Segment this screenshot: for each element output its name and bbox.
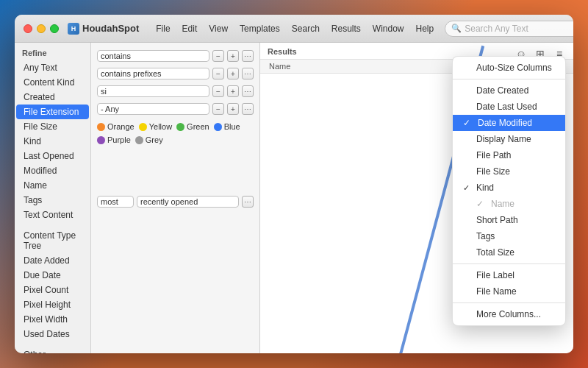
criteria-select-1[interactable]: contains bbox=[97, 50, 209, 62]
search-placeholder: Search Any Text bbox=[465, 24, 573, 34]
sidebar-item-other[interactable]: Other... bbox=[16, 347, 89, 353]
results-panel: Results ☺ ⊞ ≡ Name Kind Auto-Size Column… bbox=[260, 43, 573, 353]
maximize-button[interactable] bbox=[50, 24, 59, 33]
menu-bar: File Edit View Templates Search Results … bbox=[151, 22, 439, 35]
sidebar-item-last-opened[interactable]: Last Opened bbox=[16, 149, 89, 163]
traffic-lights bbox=[24, 24, 59, 33]
criteria-plus-4[interactable]: + bbox=[227, 103, 239, 115]
criteria-select-2[interactable]: contains prefixes bbox=[97, 68, 209, 79]
color-green[interactable]: Green bbox=[176, 122, 209, 131]
sidebar-item-content-type-tree[interactable]: Content Type Tree bbox=[16, 228, 89, 253]
sidebar-item-due-date[interactable]: Due Date bbox=[16, 268, 89, 283]
blue-dot bbox=[214, 123, 222, 131]
menu-view[interactable]: View bbox=[204, 22, 233, 35]
sidebar-item-name[interactable]: Name bbox=[16, 178, 89, 193]
criteria-plus-1[interactable]: + bbox=[227, 50, 239, 62]
menu-results[interactable]: Results bbox=[326, 22, 366, 35]
color-blue[interactable]: Blue bbox=[214, 122, 240, 131]
criteria-minus-3[interactable]: − bbox=[212, 85, 224, 97]
criteria-ellipsis-4[interactable]: ⋯ bbox=[242, 103, 254, 115]
color-purple[interactable]: Purple bbox=[97, 135, 131, 144]
dropdown-kind[interactable]: Kind bbox=[453, 180, 565, 196]
dropdown-file-size[interactable]: File Size bbox=[453, 163, 565, 180]
dropdown-tags[interactable]: Tags bbox=[453, 228, 565, 244]
menu-search[interactable]: Search bbox=[287, 22, 325, 35]
close-button[interactable] bbox=[24, 24, 32, 33]
criteria-row-bottom: most recently opened ⋯ bbox=[91, 193, 259, 210]
dropdown-divider-1 bbox=[453, 79, 565, 79]
sidebar-item-any-text[interactable]: Any Text bbox=[16, 60, 89, 75]
dropdown-auto-size[interactable]: Auto-Size Columns bbox=[453, 60, 565, 76]
blue-label: Blue bbox=[224, 122, 240, 131]
dropdown-display-name[interactable]: Display Name bbox=[453, 131, 565, 147]
criteria-minus-1[interactable]: − bbox=[212, 50, 224, 62]
sidebar-item-text-content[interactable]: Text Content bbox=[16, 208, 89, 222]
sidebar-item-pixel-count[interactable]: Pixel Count bbox=[16, 283, 89, 297]
sidebar-item-file-extension[interactable]: File Extension bbox=[16, 105, 89, 119]
sidebar-item-content-kind[interactable]: Content Kind bbox=[16, 75, 89, 90]
menu-file[interactable]: File bbox=[151, 22, 175, 35]
color-grey[interactable]: Grey bbox=[135, 135, 163, 144]
criteria-select-3[interactable]: si bbox=[97, 85, 209, 97]
search-bar[interactable]: 🔍 Search Any Text bbox=[445, 21, 573, 37]
criteria-ellipsis-1[interactable]: ⋯ bbox=[242, 50, 254, 62]
dropdown-date-modified[interactable]: ✓ Date Modified bbox=[453, 115, 565, 131]
criteria-bottom-right[interactable]: recently opened bbox=[137, 196, 239, 208]
dropdown-date-last-used[interactable]: Date Last Used bbox=[453, 99, 565, 115]
dropdown-divider-2 bbox=[453, 263, 565, 264]
menu-help[interactable]: Help bbox=[411, 22, 440, 35]
columns-dropdown: Auto-Size Columns Date Created Date Last… bbox=[452, 56, 566, 326]
minimize-button[interactable] bbox=[37, 24, 46, 33]
criteria-minus-4[interactable]: − bbox=[212, 103, 224, 115]
dropdown-total-size[interactable]: Total Size bbox=[453, 244, 565, 261]
dropdown-divider-3 bbox=[453, 302, 565, 303]
criteria-select-4[interactable]: - Any bbox=[97, 103, 209, 115]
orange-label: Orange bbox=[107, 122, 135, 131]
sidebar-title: Refine bbox=[15, 43, 90, 60]
color-orange[interactable]: Orange bbox=[97, 122, 135, 131]
criteria-row-3: si − + ⋯ bbox=[91, 82, 259, 100]
criteria-bottom-ellipsis[interactable]: ⋯ bbox=[242, 196, 254, 208]
color-tags-section: Orange Yellow Green Blue Purple bbox=[91, 118, 259, 149]
app-name: HoudahSpot bbox=[82, 23, 139, 34]
grey-label: Grey bbox=[146, 135, 163, 144]
dropdown-file-name[interactable]: File Name bbox=[453, 283, 565, 300]
sidebar-item-kind[interactable]: Kind bbox=[16, 134, 89, 149]
dropdown-file-label[interactable]: File Label bbox=[453, 267, 565, 283]
criteria-plus-3[interactable]: + bbox=[227, 85, 239, 97]
criteria-ellipsis-2[interactable]: ⋯ bbox=[242, 68, 254, 79]
criteria-panel: contains − + ⋯ contains prefixes − + ⋯ s… bbox=[91, 43, 260, 353]
sidebar-item-created[interactable]: Created bbox=[16, 90, 89, 105]
sidebar-item-date-added[interactable]: Date Added bbox=[16, 253, 89, 268]
app-branding: H HoudahSpot bbox=[68, 23, 139, 35]
criteria-bottom-left[interactable]: most bbox=[97, 196, 134, 208]
dropdown-file-path[interactable]: File Path bbox=[453, 147, 565, 163]
titlebar: H HoudahSpot File Edit View Templates Se… bbox=[15, 15, 573, 43]
criteria-ellipsis-3[interactable]: ⋯ bbox=[242, 85, 254, 97]
color-yellow[interactable]: Yellow bbox=[139, 122, 172, 131]
sidebar-item-file-size[interactable]: File Size bbox=[16, 119, 89, 134]
criteria-plus-2[interactable]: + bbox=[227, 68, 239, 79]
menu-window[interactable]: Window bbox=[368, 22, 409, 35]
yellow-label: Yellow bbox=[149, 122, 172, 131]
dropdown-name[interactable]: ✓ Name bbox=[453, 196, 565, 212]
sidebar-item-used-dates[interactable]: Used Dates bbox=[16, 327, 89, 342]
dropdown-short-path[interactable]: Short Path bbox=[453, 212, 565, 228]
criteria-minus-2[interactable]: − bbox=[212, 68, 224, 79]
purple-dot bbox=[97, 136, 105, 144]
purple-label: Purple bbox=[107, 135, 131, 144]
dropdown-date-created[interactable]: Date Created bbox=[453, 82, 565, 99]
sidebar-item-pixel-width[interactable]: Pixel Width bbox=[16, 312, 89, 327]
dropdown-more-columns[interactable]: More Columns... bbox=[453, 306, 565, 322]
sidebar-item-tags[interactable]: Tags bbox=[16, 193, 89, 208]
criteria-row-4: - Any − + ⋯ bbox=[91, 100, 259, 118]
criteria-row-2: contains prefixes − + ⋯ bbox=[91, 65, 259, 82]
main-content: Refine Any Text Content Kind Created Fil… bbox=[15, 43, 573, 353]
menu-templates[interactable]: Templates bbox=[234, 22, 285, 35]
refine-sidebar: Refine Any Text Content Kind Created Fil… bbox=[15, 43, 91, 353]
sidebar-item-modified[interactable]: Modified bbox=[16, 163, 89, 178]
check-icon-name: ✓ bbox=[476, 199, 484, 209]
sidebar-item-pixel-height[interactable]: Pixel Height bbox=[16, 297, 89, 312]
menu-edit[interactable]: Edit bbox=[177, 22, 203, 35]
titlebar-center: 🔍 Search Any Text bbox=[445, 21, 573, 37]
